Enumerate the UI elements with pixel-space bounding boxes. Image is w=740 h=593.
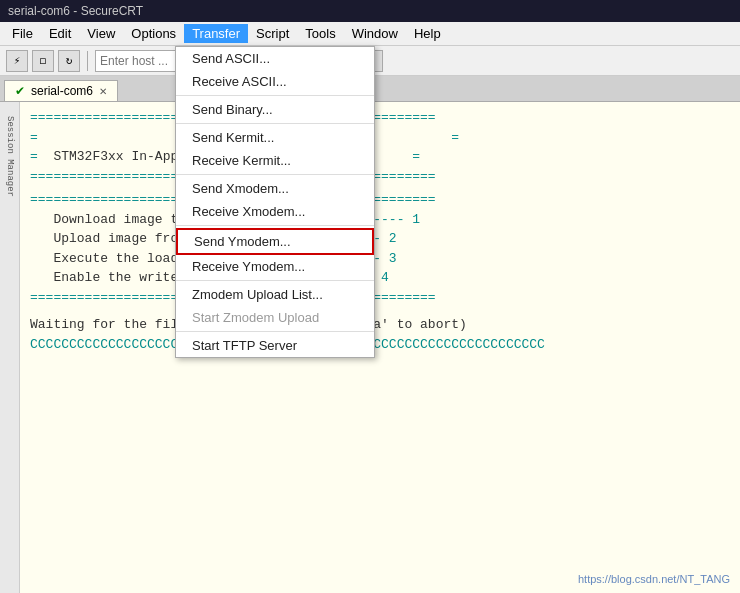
dropdown-sep-2: [176, 123, 374, 124]
dropdown-sep-4: [176, 225, 374, 226]
toolbar-reconnect-btn[interactable]: ↻: [58, 50, 80, 72]
terminal-line-2: = (C) C =: [30, 128, 730, 148]
terminal-line-3: = STM32F3xx In-App =: [30, 147, 730, 167]
menu-tools[interactable]: Tools: [297, 24, 343, 43]
title-text: serial-com6 - SecureCRT: [8, 4, 143, 18]
toolbar-disconnect-btn[interactable]: ◻: [32, 50, 54, 72]
dropdown-sep-5: [176, 280, 374, 281]
menu-receive-ymodem[interactable]: Receive Ymodem...: [176, 255, 374, 278]
tab-serial-com6[interactable]: ✔ serial-com6 ✕: [4, 80, 118, 101]
tab-close-icon[interactable]: ✕: [99, 86, 107, 97]
menu-script[interactable]: Script: [248, 24, 297, 43]
terminal-line-4: ========================================…: [30, 190, 730, 210]
terminal-line-5: Download image to ----------------------…: [30, 210, 730, 230]
menu-help[interactable]: Help: [406, 24, 449, 43]
menu-send-kermit[interactable]: Send Kermit...: [176, 126, 374, 149]
sidebar: Session Manager: [0, 102, 20, 593]
menu-file[interactable]: File: [4, 24, 41, 43]
terminal-line-waiting: Waiting for the file to be sent ... (pre…: [30, 315, 730, 335]
dropdown-sep-1: [176, 95, 374, 96]
dropdown-sep-6: [176, 331, 374, 332]
menu-zmodem-upload-list[interactable]: Zmodem Upload List...: [176, 283, 374, 306]
menu-window[interactable]: Window: [344, 24, 406, 43]
menu-view[interactable]: View: [79, 24, 123, 43]
terminal-line-3b: ========================================…: [30, 167, 730, 187]
terminal-line-8: Enable the write p ---------------------…: [30, 268, 730, 288]
terminal-line-6: Upload image from ----------------------…: [30, 229, 730, 249]
terminal-line-cc: CCCCCCCCCCCCCCCCCCCCCCCCCCCCCCCCCCCCCCCC…: [30, 335, 730, 355]
dropdown-sep-3: [176, 174, 374, 175]
menu-edit[interactable]: Edit: [41, 24, 79, 43]
transfer-dropdown: Send ASCII... Receive ASCII... Send Bina…: [175, 46, 375, 358]
menu-receive-kermit[interactable]: Receive Kermit...: [176, 149, 374, 172]
menu-send-xmodem[interactable]: Send Xmodem...: [176, 177, 374, 200]
menu-bar: File Edit View Options Transfer Script T…: [0, 22, 740, 46]
tab-label: serial-com6: [31, 84, 93, 98]
menu-send-ascii[interactable]: Send ASCII...: [176, 47, 374, 70]
menu-receive-xmodem[interactable]: Receive Xmodem...: [176, 200, 374, 223]
terminal-line-7: Execute the loade ----------------------…: [30, 249, 730, 269]
terminal-line-1: ========================================…: [30, 108, 730, 128]
menu-send-binary[interactable]: Send Binary...: [176, 98, 374, 121]
menu-send-ymodem[interactable]: Send Ymodem...: [176, 228, 374, 255]
tab-check-icon: ✔: [15, 84, 25, 98]
toolbar-separator-1: [87, 51, 88, 71]
terminal-line-9: ========================================…: [30, 288, 730, 308]
terminal-area[interactable]: ========================================…: [20, 102, 740, 593]
menu-start-zmodem-upload: Start Zmodem Upload: [176, 306, 374, 329]
menu-start-tftp-server[interactable]: Start TFTP Server: [176, 334, 374, 357]
toolbar-connect-btn[interactable]: ⚡: [6, 50, 28, 72]
menu-options[interactable]: Options: [123, 24, 184, 43]
menu-receive-ascii[interactable]: Receive ASCII...: [176, 70, 374, 93]
sidebar-text: Session Manager: [5, 116, 15, 197]
title-bar: serial-com6 - SecureCRT: [0, 0, 740, 22]
watermark: https://blog.csdn.net/NT_TANG: [578, 573, 730, 585]
menu-transfer[interactable]: Transfer: [184, 24, 248, 43]
